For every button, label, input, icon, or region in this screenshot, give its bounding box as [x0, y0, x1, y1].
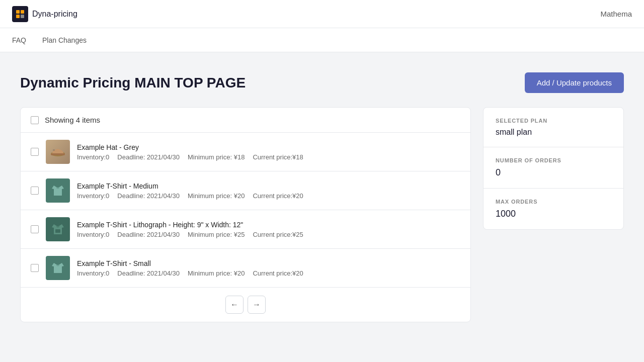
product-deadline-3: Deadline: 2021/04/30: [117, 269, 180, 277]
product-checkbox-3[interactable]: [31, 264, 39, 272]
num-orders-section: NUMBER OF ORDERS 0: [484, 147, 623, 189]
logo: Dyna-pricing: [12, 6, 600, 22]
pagination: ← →: [21, 288, 470, 322]
product-min-price-3: Minimum price: ¥20: [188, 269, 245, 277]
max-orders-section: MAX ORDERS 1000: [484, 189, 623, 229]
product-checkbox-0[interactable]: [31, 148, 39, 156]
product-info-1: Example T-Shirt - Medium Inventory:0 Dea…: [77, 182, 460, 200]
selected-plan-label: SELECTED PLAN: [496, 118, 611, 124]
product-name-1: Example T-Shirt - Medium: [77, 182, 460, 190]
product-info-2: Example T-Shirt - Lithograph - Height: 9…: [77, 221, 460, 238]
table-row: Example Hat - Grey Inventory:0 Deadline:…: [21, 133, 470, 171]
svg-rect-3: [21, 15, 24, 18]
product-current-price-1: Current price:¥20: [253, 192, 303, 200]
svg-rect-5: [51, 153, 65, 155]
page-header: Dynamic Pricing MAIN TOP PAGE Add / Upda…: [20, 72, 624, 93]
table-row: Example T-Shirt - Small Inventory:0 Dead…: [21, 249, 470, 288]
product-deadline-1: Deadline: 2021/04/30: [117, 192, 180, 200]
product-inventory-2: Inventory:0: [77, 231, 109, 238]
product-info-0: Example Hat - Grey Inventory:0 Deadline:…: [77, 143, 460, 161]
product-current-price-2: Current price:¥25: [253, 231, 303, 238]
info-panel: SELECTED PLAN small plan NUMBER OF ORDER…: [483, 107, 624, 230]
table-row: Example T-Shirt - Lithograph - Height: 9…: [21, 210, 470, 249]
product-current-price-0: Current price:¥18: [253, 153, 303, 161]
product-image-1: [46, 178, 70, 203]
product-details-1: Inventory:0 Deadline: 2021/04/30 Minimum…: [77, 192, 460, 200]
max-orders-label: MAX ORDERS: [496, 199, 611, 205]
header-user: Mathema: [600, 10, 632, 18]
product-details-0: Inventory:0 Deadline: 2021/04/30 Minimum…: [77, 153, 460, 161]
product-name-3: Example T-Shirt - Small: [77, 259, 460, 267]
num-orders-value: 0: [496, 167, 611, 178]
product-min-price-0: Minimum price: ¥18: [188, 153, 245, 161]
logo-icon: [12, 6, 28, 22]
selected-plan-section: SELECTED PLAN small plan: [484, 108, 623, 147]
nav: FAQ Plan Changes: [0, 28, 644, 52]
product-inventory-1: Inventory:0: [77, 192, 109, 200]
product-info-3: Example T-Shirt - Small Inventory:0 Dead…: [77, 259, 460, 277]
product-inventory-0: Inventory:0: [77, 153, 109, 161]
product-min-price-1: Minimum price: ¥20: [188, 192, 245, 200]
product-image-2: [46, 217, 70, 241]
product-name-0: Example Hat - Grey: [77, 143, 460, 151]
table-row: Example T-Shirt - Medium Inventory:0 Dea…: [21, 171, 470, 210]
product-checkbox-1[interactable]: [31, 187, 39, 195]
product-min-price-2: Minimum price: ¥25: [188, 231, 245, 238]
svg-rect-2: [16, 15, 20, 18]
selected-plan-value: small plan: [496, 128, 611, 137]
product-deadline-0: Deadline: 2021/04/30: [117, 153, 180, 161]
max-orders-value: 1000: [496, 209, 611, 219]
add-products-button[interactable]: Add / Update products: [525, 72, 624, 93]
page-title: Dynamic Pricing MAIN TOP PAGE: [20, 75, 246, 91]
prev-page-button[interactable]: ←: [225, 296, 244, 314]
product-inventory-3: Inventory:0: [77, 269, 109, 277]
product-checkbox-2[interactable]: [31, 225, 39, 233]
svg-rect-0: [16, 10, 20, 14]
showing-items-text: Showing 4 items: [45, 116, 100, 124]
select-all-checkbox[interactable]: [31, 116, 39, 124]
num-orders-label: NUMBER OF ORDERS: [496, 157, 611, 163]
product-details-3: Inventory:0 Deadline: 2021/04/30 Minimum…: [77, 269, 460, 277]
header: Dyna-pricing Mathema: [0, 0, 644, 28]
main-content: Dynamic Pricing MAIN TOP PAGE Add / Upda…: [0, 52, 644, 342]
product-current-price-3: Current price:¥20: [253, 269, 303, 277]
svg-rect-6: [53, 149, 55, 151]
svg-rect-1: [21, 10, 24, 14]
products-header: Showing 4 items: [21, 108, 470, 133]
svg-rect-7: [55, 229, 60, 233]
next-page-button[interactable]: →: [248, 296, 266, 314]
nav-item-plan-changes[interactable]: Plan Changes: [42, 29, 87, 51]
product-image-3: [46, 256, 70, 280]
content-area: Showing 4 items Example Hat - Grey: [20, 107, 624, 322]
product-details-2: Inventory:0 Deadline: 2021/04/30 Minimum…: [77, 231, 460, 238]
nav-item-faq[interactable]: FAQ: [12, 29, 26, 51]
logo-text: Dyna-pricing: [32, 10, 77, 19]
product-deadline-2: Deadline: 2021/04/30: [117, 231, 180, 238]
product-name-2: Example T-Shirt - Lithograph - Height: 9…: [77, 221, 460, 229]
product-image-0: [46, 140, 70, 164]
products-panel: Showing 4 items Example Hat - Grey: [20, 107, 471, 322]
